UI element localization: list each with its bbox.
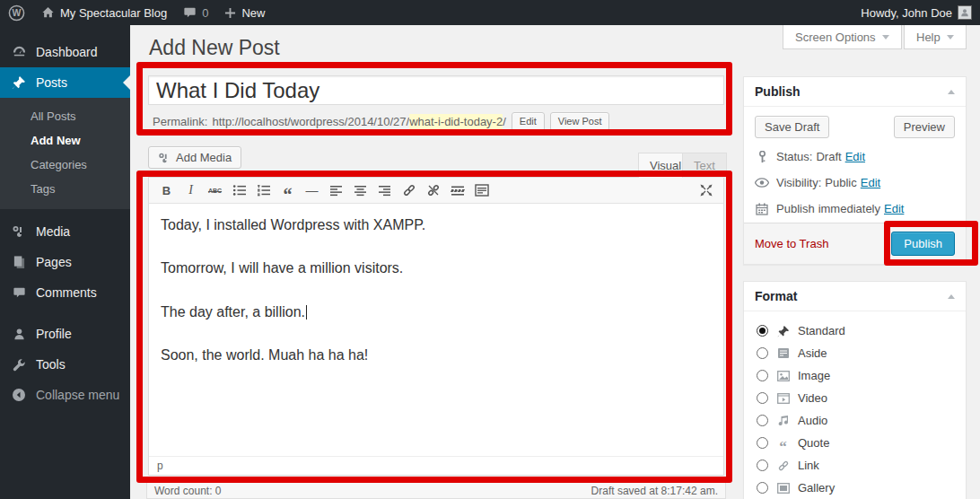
format-option-image[interactable]: Image bbox=[744, 364, 966, 387]
status-value: Draft bbox=[816, 150, 841, 163]
blockquote-icon[interactable]: “ bbox=[276, 185, 300, 206]
menu-separator bbox=[0, 308, 130, 319]
wordpress-logo-icon: W bbox=[8, 4, 25, 22]
element-path[interactable]: p bbox=[157, 460, 163, 472]
align-right-icon[interactable] bbox=[372, 180, 397, 201]
publish-panel-header[interactable]: Publish bbox=[744, 77, 966, 107]
edit-status-link[interactable]: Edit bbox=[845, 150, 865, 163]
visibility-row: Visibility: Public Edit bbox=[744, 170, 966, 196]
permalink-label: Permalink: bbox=[153, 115, 207, 128]
post-title-input[interactable] bbox=[148, 75, 724, 105]
editor-content-area[interactable]: Today, I installed Wordpress with XAMPP.… bbox=[149, 204, 723, 401]
sidebar-item-collapse-menu[interactable]: Collapse menu bbox=[0, 380, 130, 410]
sidebar-item-tags[interactable]: Tags bbox=[0, 177, 130, 201]
radio-unselected[interactable] bbox=[757, 482, 768, 494]
howdy-label: Howdy, John Doe bbox=[861, 6, 952, 20]
edit-permalink-button[interactable]: Edit bbox=[512, 112, 545, 131]
visibility-label: Visibility: bbox=[776, 176, 821, 189]
save-draft-button[interactable]: Save Draft bbox=[755, 116, 829, 138]
sidebar-item-label: Tools bbox=[36, 357, 66, 372]
align-center-icon[interactable] bbox=[348, 180, 372, 201]
new-label: New bbox=[241, 6, 265, 20]
edit-visibility-link[interactable]: Edit bbox=[861, 176, 880, 189]
status-row: Status: Draft Edit bbox=[744, 144, 966, 170]
add-media-button[interactable]: Add Media bbox=[148, 146, 241, 169]
format-panel-header[interactable]: Format bbox=[744, 282, 966, 311]
radio-unselected[interactable] bbox=[757, 460, 768, 471]
sidebar-item-profile[interactable]: Profile bbox=[0, 319, 130, 349]
tab-text[interactable]: Text bbox=[682, 153, 727, 178]
screen-options-tab[interactable]: Screen Options bbox=[783, 25, 902, 49]
format-option-aside[interactable]: Aside bbox=[744, 342, 966, 364]
numbered-list-icon[interactable] bbox=[251, 180, 276, 201]
editor-paragraph: Tomorrow, I will have a million visitors… bbox=[161, 258, 712, 278]
format-option-video[interactable]: Video bbox=[744, 387, 966, 409]
format-option-label: Audio bbox=[798, 414, 827, 427]
format-panel-title: Format bbox=[755, 289, 797, 303]
move-to-trash-link[interactable]: Move to Trash bbox=[755, 237, 828, 250]
toolbar-toggle-icon[interactable] bbox=[469, 180, 494, 201]
publish-panel-title: Publish bbox=[755, 84, 801, 99]
permalink-slug[interactable]: what-i-did-today-2 bbox=[409, 114, 503, 129]
format-option-link[interactable]: Link bbox=[744, 454, 966, 477]
collapse-panel-icon[interactable] bbox=[948, 294, 955, 299]
collapse-panel-icon[interactable] bbox=[948, 90, 955, 94]
publish-actions-row: Save Draft Preview bbox=[744, 107, 966, 144]
schedule-value: immediately bbox=[818, 202, 880, 215]
sidebar-item-all-posts[interactable]: All Posts bbox=[0, 104, 130, 128]
sidebar-item-tools[interactable]: Tools bbox=[0, 349, 130, 380]
sidebar-item-categories[interactable]: Categories bbox=[0, 153, 130, 177]
radio-unselected[interactable] bbox=[757, 347, 768, 359]
page-title: Add New Post bbox=[149, 36, 280, 60]
bold-icon[interactable]: B bbox=[154, 180, 179, 201]
format-option-standard[interactable]: Standard bbox=[744, 320, 966, 342]
more-tag-icon[interactable] bbox=[445, 180, 469, 201]
sidebar-item-dashboard[interactable]: Dashboard bbox=[0, 36, 130, 67]
sidebar-item-pages[interactable]: Pages bbox=[0, 247, 130, 277]
align-left-icon[interactable] bbox=[324, 180, 348, 201]
view-post-button[interactable]: View Post bbox=[550, 112, 610, 131]
preview-button[interactable]: Preview bbox=[894, 116, 955, 138]
video-icon bbox=[775, 393, 791, 404]
admin-bar: W My Spectacular Blog 0 New Howdy, John … bbox=[0, 0, 980, 25]
site-name-menu[interactable]: My Spectacular Blog bbox=[33, 0, 175, 25]
pushpin-icon bbox=[775, 325, 791, 337]
format-option-quote[interactable]: “ Quote bbox=[744, 432, 966, 454]
add-media-label: Add Media bbox=[176, 151, 232, 164]
aside-icon bbox=[775, 347, 791, 359]
horizontal-rule-icon[interactable]: — bbox=[300, 180, 324, 201]
my-account-menu[interactable]: Howdy, John Doe bbox=[853, 0, 980, 25]
format-option-audio[interactable]: Audio bbox=[744, 409, 966, 432]
bulleted-list-icon[interactable] bbox=[227, 180, 251, 201]
format-option-gallery[interactable]: Gallery bbox=[744, 477, 966, 499]
unlink-icon[interactable] bbox=[421, 180, 445, 201]
audio-note-icon bbox=[775, 415, 791, 426]
italic-icon[interactable]: I bbox=[179, 180, 203, 201]
radio-selected[interactable] bbox=[757, 325, 768, 337]
radio-unselected[interactable] bbox=[757, 370, 768, 381]
chevron-down-icon bbox=[947, 35, 954, 39]
comment-bubble-icon bbox=[183, 6, 197, 19]
editor-paragraph: Today, I installed Wordpress with XAMPP. bbox=[161, 215, 712, 235]
pushpin-icon bbox=[10, 75, 28, 90]
radio-unselected[interactable] bbox=[757, 392, 768, 404]
strikethrough-icon[interactable]: ABC bbox=[203, 180, 227, 201]
publish-button[interactable]: Publish bbox=[891, 232, 955, 256]
sidebar-item-label: Media bbox=[36, 224, 70, 239]
format-option-label: Video bbox=[798, 391, 827, 405]
edit-schedule-link[interactable]: Edit bbox=[884, 202, 904, 215]
comment-count: 0 bbox=[202, 6, 208, 20]
link-icon[interactable] bbox=[397, 180, 421, 201]
comments-menu[interactable]: 0 bbox=[175, 0, 216, 25]
sidebar-item-posts[interactable]: Posts bbox=[0, 67, 130, 98]
new-content-menu[interactable]: New bbox=[216, 0, 273, 25]
wordpress-logo-menu[interactable]: W bbox=[0, 0, 33, 25]
sidebar-item-add-new[interactable]: Add New bbox=[0, 128, 130, 153]
distraction-free-icon[interactable] bbox=[694, 180, 718, 201]
help-tab[interactable]: Help bbox=[904, 25, 967, 49]
schedule-label: Publish bbox=[776, 202, 815, 215]
radio-unselected[interactable] bbox=[757, 437, 768, 449]
radio-unselected[interactable] bbox=[757, 415, 768, 426]
sidebar-item-media[interactable]: Media bbox=[0, 216, 130, 247]
sidebar-item-comments[interactable]: Comments bbox=[0, 277, 130, 308]
